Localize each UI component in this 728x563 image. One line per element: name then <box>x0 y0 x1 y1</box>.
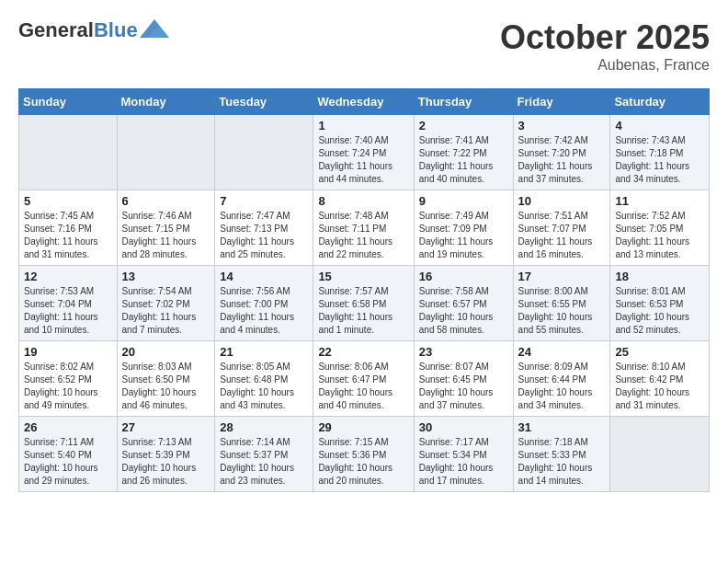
calendar-cell <box>610 417 710 492</box>
day-number: 23 <box>419 345 508 359</box>
day-info: Sunrise: 7:42 AM Sunset: 7:20 PM Dayligh… <box>518 134 606 186</box>
calendar-cell: 30Sunrise: 7:17 AM Sunset: 5:34 PM Dayli… <box>414 417 513 492</box>
day-number: 8 <box>318 194 408 208</box>
calendar-cell: 7Sunrise: 7:47 AM Sunset: 7:13 PM Daylig… <box>215 190 313 266</box>
calendar-cell: 12Sunrise: 7:53 AM Sunset: 7:04 PM Dayli… <box>19 266 118 341</box>
day-number: 1 <box>318 119 408 132</box>
calendar-week-2: 5Sunrise: 7:45 AM Sunset: 7:16 PM Daylig… <box>19 190 710 266</box>
calendar-cell: 4Sunrise: 7:43 AM Sunset: 7:18 PM Daylig… <box>610 115 710 190</box>
calendar-week-4: 19Sunrise: 8:02 AM Sunset: 6:52 PM Dayli… <box>19 341 710 417</box>
calendar-cell <box>117 115 215 190</box>
day-info: Sunrise: 7:56 AM Sunset: 7:00 PM Dayligh… <box>220 285 308 337</box>
day-number: 22 <box>318 345 408 359</box>
calendar-header-row: SundayMondayTuesdayWednesdayThursdayFrid… <box>19 89 710 115</box>
day-number: 14 <box>220 270 308 283</box>
day-info: Sunrise: 8:05 AM Sunset: 6:48 PM Dayligh… <box>220 361 308 412</box>
day-number: 6 <box>122 194 210 208</box>
calendar-cell: 20Sunrise: 8:03 AM Sunset: 6:50 PM Dayli… <box>117 341 215 417</box>
day-info: Sunrise: 7:46 AM Sunset: 7:15 PM Dayligh… <box>122 210 210 261</box>
logo-icon <box>140 19 169 38</box>
day-info: Sunrise: 8:01 AM Sunset: 6:53 PM Dayligh… <box>615 285 704 337</box>
day-number: 17 <box>518 270 606 283</box>
day-info: Sunrise: 8:02 AM Sunset: 6:52 PM Dayligh… <box>24 361 112 412</box>
calendar-cell: 26Sunrise: 7:11 AM Sunset: 5:40 PM Dayli… <box>19 417 118 492</box>
calendar-cell: 31Sunrise: 7:18 AM Sunset: 5:33 PM Dayli… <box>513 417 610 492</box>
day-number: 28 <box>220 420 308 434</box>
day-number: 13 <box>122 270 210 283</box>
calendar-cell: 11Sunrise: 7:52 AM Sunset: 7:05 PM Dayli… <box>610 190 710 266</box>
weekday-header-wednesday: Wednesday <box>313 89 414 115</box>
day-info: Sunrise: 7:43 AM Sunset: 7:18 PM Dayligh… <box>615 134 704 186</box>
day-info: Sunrise: 8:00 AM Sunset: 6:55 PM Dayligh… <box>518 285 606 337</box>
day-info: Sunrise: 7:49 AM Sunset: 7:09 PM Dayligh… <box>419 210 508 261</box>
day-number: 3 <box>518 119 606 132</box>
day-number: 12 <box>24 270 112 283</box>
day-info: Sunrise: 8:10 AM Sunset: 6:42 PM Dayligh… <box>615 361 704 412</box>
day-number: 25 <box>615 345 704 359</box>
calendar-body: 1Sunrise: 7:40 AM Sunset: 7:24 PM Daylig… <box>19 115 710 492</box>
calendar-cell: 24Sunrise: 8:09 AM Sunset: 6:44 PM Dayli… <box>513 341 610 417</box>
calendar-cell: 14Sunrise: 7:56 AM Sunset: 7:00 PM Dayli… <box>215 266 313 341</box>
day-number: 29 <box>318 420 408 434</box>
calendar-cell: 18Sunrise: 8:01 AM Sunset: 6:53 PM Dayli… <box>610 266 710 341</box>
day-info: Sunrise: 7:13 AM Sunset: 5:39 PM Dayligh… <box>122 436 210 488</box>
day-number: 7 <box>220 194 308 208</box>
weekday-header-friday: Friday <box>513 89 610 115</box>
day-info: Sunrise: 8:06 AM Sunset: 6:47 PM Dayligh… <box>318 361 408 412</box>
logo-general: General <box>18 18 94 42</box>
calendar-cell: 6Sunrise: 7:46 AM Sunset: 7:15 PM Daylig… <box>117 190 215 266</box>
day-info: Sunrise: 7:47 AM Sunset: 7:13 PM Dayligh… <box>220 210 308 261</box>
weekday-header-thursday: Thursday <box>414 89 513 115</box>
weekday-header-tuesday: Tuesday <box>215 89 313 115</box>
day-info: Sunrise: 7:40 AM Sunset: 7:24 PM Dayligh… <box>318 134 408 186</box>
day-number: 2 <box>419 119 508 132</box>
day-number: 5 <box>24 194 112 208</box>
day-info: Sunrise: 7:48 AM Sunset: 7:11 PM Dayligh… <box>318 210 408 261</box>
location: Aubenas, France <box>500 57 710 74</box>
day-number: 24 <box>518 345 606 359</box>
calendar-cell: 17Sunrise: 8:00 AM Sunset: 6:55 PM Dayli… <box>513 266 610 341</box>
calendar-week-3: 12Sunrise: 7:53 AM Sunset: 7:04 PM Dayli… <box>19 266 710 341</box>
day-info: Sunrise: 7:17 AM Sunset: 5:34 PM Dayligh… <box>419 436 508 488</box>
day-info: Sunrise: 8:07 AM Sunset: 6:45 PM Dayligh… <box>419 361 508 412</box>
calendar-cell: 21Sunrise: 8:05 AM Sunset: 6:48 PM Dayli… <box>215 341 313 417</box>
weekday-header-saturday: Saturday <box>610 89 710 115</box>
calendar-cell: 19Sunrise: 8:02 AM Sunset: 6:52 PM Dayli… <box>19 341 118 417</box>
calendar-cell: 22Sunrise: 8:06 AM Sunset: 6:47 PM Dayli… <box>313 341 414 417</box>
weekday-header-monday: Monday <box>117 89 215 115</box>
page-header: General Blue October 2025 Aubenas, Franc… <box>18 18 710 74</box>
day-number: 31 <box>518 420 606 434</box>
day-info: Sunrise: 7:54 AM Sunset: 7:02 PM Dayligh… <box>122 285 210 337</box>
day-number: 15 <box>318 270 408 283</box>
day-info: Sunrise: 7:45 AM Sunset: 7:16 PM Dayligh… <box>24 210 112 261</box>
day-number: 20 <box>122 345 210 359</box>
title-block: October 2025 Aubenas, France <box>500 18 710 74</box>
calendar-cell: 25Sunrise: 8:10 AM Sunset: 6:42 PM Dayli… <box>610 341 710 417</box>
day-number: 18 <box>615 270 704 283</box>
calendar-cell: 9Sunrise: 7:49 AM Sunset: 7:09 PM Daylig… <box>414 190 513 266</box>
weekday-header-sunday: Sunday <box>19 89 118 115</box>
day-info: Sunrise: 7:18 AM Sunset: 5:33 PM Dayligh… <box>518 436 606 488</box>
calendar-cell: 1Sunrise: 7:40 AM Sunset: 7:24 PM Daylig… <box>313 115 414 190</box>
day-info: Sunrise: 8:03 AM Sunset: 6:50 PM Dayligh… <box>122 361 210 412</box>
day-info: Sunrise: 7:58 AM Sunset: 6:57 PM Dayligh… <box>419 285 508 337</box>
day-number: 10 <box>518 194 606 208</box>
logo-blue: Blue <box>94 18 138 42</box>
day-number: 21 <box>220 345 308 359</box>
day-info: Sunrise: 8:09 AM Sunset: 6:44 PM Dayligh… <box>518 361 606 412</box>
calendar-cell: 15Sunrise: 7:57 AM Sunset: 6:58 PM Dayli… <box>313 266 414 341</box>
calendar-cell: 13Sunrise: 7:54 AM Sunset: 7:02 PM Dayli… <box>117 266 215 341</box>
day-number: 16 <box>419 270 508 283</box>
calendar-cell: 10Sunrise: 7:51 AM Sunset: 7:07 PM Dayli… <box>513 190 610 266</box>
month-title: October 2025 <box>500 18 710 57</box>
calendar-cell: 8Sunrise: 7:48 AM Sunset: 7:11 PM Daylig… <box>313 190 414 266</box>
calendar-cell: 16Sunrise: 7:58 AM Sunset: 6:57 PM Dayli… <box>414 266 513 341</box>
calendar-cell: 27Sunrise: 7:13 AM Sunset: 5:39 PM Dayli… <box>117 417 215 492</box>
day-number: 27 <box>122 420 210 434</box>
day-number: 26 <box>24 420 112 434</box>
day-info: Sunrise: 7:53 AM Sunset: 7:04 PM Dayligh… <box>24 285 112 337</box>
calendar-cell: 2Sunrise: 7:41 AM Sunset: 7:22 PM Daylig… <box>414 115 513 190</box>
calendar-cell: 29Sunrise: 7:15 AM Sunset: 5:36 PM Dayli… <box>313 417 414 492</box>
day-info: Sunrise: 7:57 AM Sunset: 6:58 PM Dayligh… <box>318 285 408 337</box>
day-info: Sunrise: 7:52 AM Sunset: 7:05 PM Dayligh… <box>615 210 704 261</box>
